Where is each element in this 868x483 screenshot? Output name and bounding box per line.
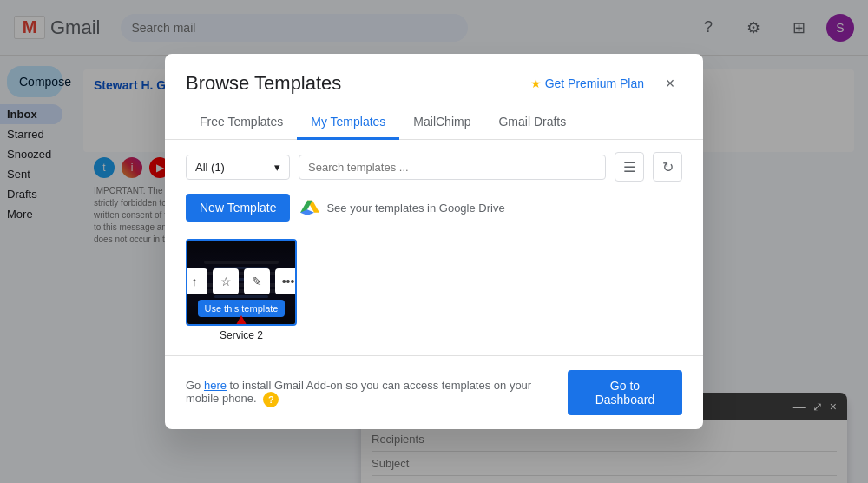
template-upload-button[interactable]: ↑	[186, 268, 207, 294]
template-actions: New Template See your templates in Googl…	[165, 194, 703, 232]
footer-here-link[interactable]: here	[204, 379, 227, 392]
footer-install-text: Go here to install Gmail Add-on so you c…	[186, 379, 568, 407]
modal-tabs: Free Templates My Templates MailChimp Gm…	[165, 106, 703, 140]
template-grid: ↑ ☆ ✎ ••• Use this template Se	[165, 232, 703, 348]
template-action-icons: ↑ ☆ ✎ •••	[186, 268, 297, 294]
tab-free-templates[interactable]: Free Templates	[186, 106, 297, 140]
template-name: Service 2	[186, 329, 297, 341]
modal-overlay: Browse Templates ★ Get Premium Plan × Fr…	[0, 0, 868, 483]
go-to-dashboard-button[interactable]: Go to Dashboard	[568, 370, 682, 415]
list-view-icon: ☰	[623, 159, 635, 175]
drive-hint-text: See your templates in Google Drive	[326, 202, 504, 215]
list-view-button[interactable]: ☰	[615, 152, 644, 182]
premium-label: Get Premium Plan	[545, 76, 644, 90]
google-drive-hint: See your templates in Google Drive	[300, 200, 504, 215]
tab-my-templates[interactable]: My Templates	[297, 106, 399, 140]
footer-text-before: Go	[186, 379, 204, 392]
red-arrow-icon	[224, 315, 259, 326]
tab-gmail-drafts[interactable]: Gmail Drafts	[484, 106, 580, 140]
template-search-input[interactable]	[299, 155, 606, 180]
template-filter-dropdown[interactable]: All (1) ▾	[186, 155, 290, 180]
use-template-button[interactable]: Use this template	[198, 300, 286, 317]
template-more-button[interactable]: •••	[275, 268, 297, 294]
dropdown-value: All (1)	[195, 161, 225, 174]
svg-marker-3	[224, 315, 259, 326]
modal-controls: All (1) ▾ ☰ ↻	[165, 140, 703, 194]
modal-footer: Go here to install Gmail Add-on so you c…	[165, 355, 703, 429]
modal-header: Browse Templates ★ Get Premium Plan ×	[165, 54, 703, 106]
footer-help-icon[interactable]: ?	[263, 392, 279, 407]
template-overlay: ↑ ☆ ✎ ••• Use this template	[187, 241, 295, 324]
modal-close-button[interactable]: ×	[658, 71, 682, 96]
footer-text-after: to install Gmail Add-on so you can acces…	[186, 379, 531, 405]
new-template-button[interactable]: New Template	[186, 194, 290, 222]
refresh-icon: ↻	[662, 159, 674, 175]
template-edit-button[interactable]: ✎	[244, 268, 270, 294]
modal-header-right: ★ Get Premium Plan ×	[530, 71, 682, 96]
template-star-button[interactable]: ☆	[213, 268, 239, 294]
tab-mailchimp[interactable]: MailChimp	[399, 106, 484, 140]
dropdown-chevron-icon: ▾	[274, 161, 280, 174]
refresh-button[interactable]: ↻	[653, 152, 682, 182]
template-thumbnail: ↑ ☆ ✎ ••• Use this template	[186, 239, 297, 326]
browse-templates-modal: Browse Templates ★ Get Premium Plan × Fr…	[165, 54, 703, 429]
star-icon: ★	[530, 76, 542, 90]
red-arrow-indicator	[224, 315, 259, 326]
premium-plan-link[interactable]: ★ Get Premium Plan	[530, 76, 644, 90]
google-drive-icon	[300, 200, 319, 215]
template-card: ↑ ☆ ✎ ••• Use this template Se	[186, 239, 297, 341]
modal-title: Browse Templates	[186, 72, 341, 95]
